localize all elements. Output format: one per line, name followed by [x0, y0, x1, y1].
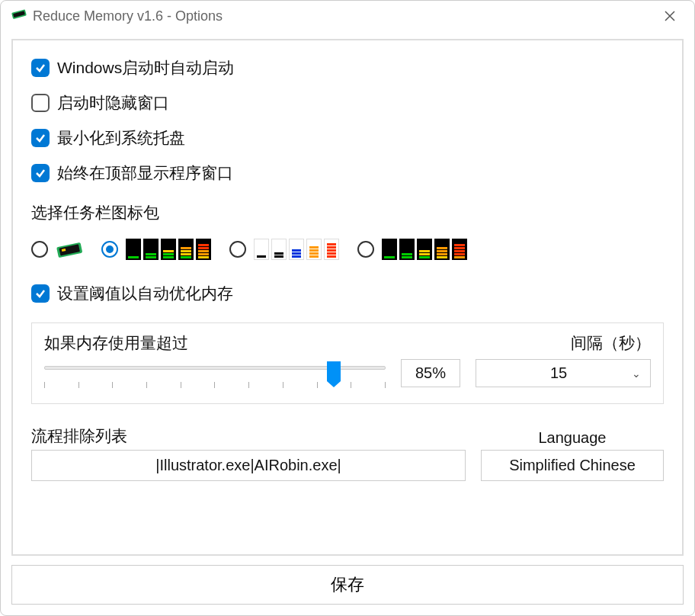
- window-title: Reduce Memory v1.6 - Options: [33, 8, 656, 24]
- options-panel: Windows启动时自动启动 启动时隐藏窗口 最小化到系统托盘 始终在顶部显示程…: [11, 39, 684, 556]
- exclude-value: |Illustrator.exe|AIRobin.exe|: [155, 457, 341, 473]
- radio-pack-2[interactable]: [229, 241, 246, 258]
- iconpack-bars-black-icon: [126, 239, 211, 260]
- iconpack-chip-icon: [56, 240, 83, 258]
- option-label: Windows启动时自动启动: [57, 57, 234, 79]
- language-value: Simplified Chinese: [509, 457, 636, 473]
- save-button[interactable]: 保存: [11, 565, 684, 605]
- app-icon: [11, 8, 27, 24]
- bottom-row: 流程排除列表 |Illustrator.exe|AIRobin.exe| Lan…: [31, 425, 664, 481]
- option-label: 最小化到系统托盘: [57, 127, 185, 149]
- slider-thumb-icon[interactable]: [327, 361, 341, 381]
- checkbox-icon: [31, 164, 50, 182]
- option-label: 启动时隐藏窗口: [57, 92, 169, 114]
- exclude-input[interactable]: |Illustrator.exe|AIRobin.exe|: [31, 450, 466, 481]
- iconpack-bars-white-icon: [254, 239, 339, 260]
- radio-pack-3[interactable]: [357, 241, 374, 258]
- iconpack-selector: [31, 234, 664, 265]
- interval-select[interactable]: 15 ⌄: [476, 359, 651, 387]
- option-hide-on-start[interactable]: 启动时隐藏窗口: [31, 92, 664, 114]
- iconpack-bars-black-2-icon: [382, 239, 467, 260]
- option-minimize-tray[interactable]: 最小化到系统托盘: [31, 127, 664, 149]
- option-always-on-top[interactable]: 始终在顶部显示程序窗口: [31, 162, 664, 184]
- radio-pack-1[interactable]: [101, 241, 118, 258]
- threshold-panel: 如果内存使用量超过 间隔（秒） 85% 15: [31, 322, 664, 404]
- threshold-slider[interactable]: [44, 358, 386, 388]
- language-label: Language: [481, 429, 664, 447]
- iconpack-label: 选择任务栏图标包: [31, 202, 664, 223]
- content-wrapper: Windows启动时自动启动 启动时隐藏窗口 最小化到系统托盘 始终在顶部显示程…: [1, 31, 694, 615]
- option-autostart[interactable]: Windows启动时自动启动: [31, 57, 664, 79]
- checkbox-icon: [31, 59, 50, 77]
- option-label: 始终在顶部显示程序窗口: [57, 162, 233, 184]
- interval-label: 间隔（秒）: [571, 332, 651, 354]
- checkbox-icon: [31, 94, 50, 112]
- checkbox-icon: [31, 284, 50, 303]
- mem-usage-label: 如果内存使用量超过: [44, 332, 188, 354]
- checkbox-icon: [31, 129, 50, 147]
- exclude-label: 流程排除列表: [31, 425, 466, 447]
- language-select[interactable]: Simplified Chinese: [481, 450, 664, 481]
- option-threshold-enable[interactable]: 设置阈值以自动优化内存: [31, 283, 664, 304]
- options-window: Reduce Memory v1.6 - Options Windows启动时自…: [0, 0, 695, 616]
- save-label: 保存: [331, 575, 364, 594]
- radio-pack-0[interactable]: [31, 241, 48, 258]
- close-button[interactable]: [656, 2, 684, 30]
- chevron-down-icon: ⌄: [632, 367, 641, 380]
- threshold-percent: 85%: [401, 359, 460, 387]
- interval-value: 15: [485, 364, 632, 382]
- option-label: 设置阈值以自动优化内存: [57, 283, 233, 304]
- titlebar: Reduce Memory v1.6 - Options: [1, 1, 694, 31]
